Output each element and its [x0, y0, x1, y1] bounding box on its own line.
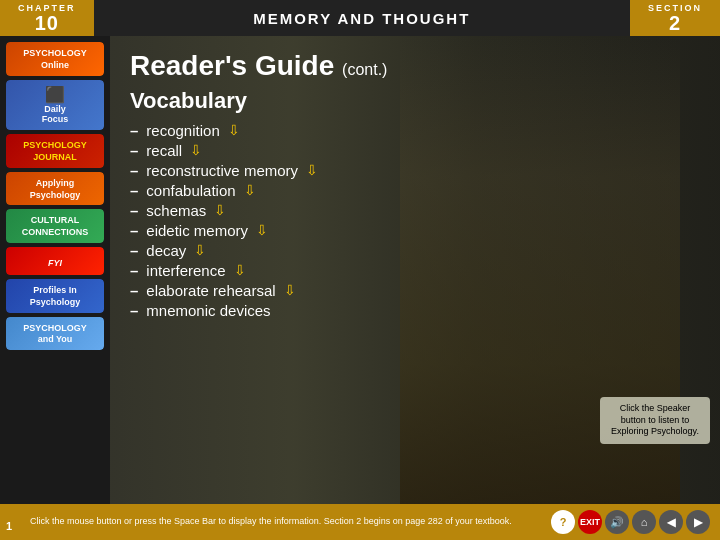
vocab-item: –elaborate rehearsal⇩	[130, 280, 700, 300]
vocab-dash: –	[130, 122, 138, 139]
vocab-arrow-icon: ⇩	[244, 182, 256, 198]
vocab-term: schemas	[146, 202, 206, 219]
vocab-item: –eidetic memory⇩	[130, 220, 700, 240]
question-button[interactable]: ?	[551, 510, 575, 534]
vocab-dash: –	[130, 262, 138, 279]
speaker-box-text: Click the Speaker button to listen to Ex…	[611, 403, 699, 436]
sidebar-label-applying-psychology: ApplyingPsychology	[30, 178, 81, 200]
prev-button[interactable]: ◀	[659, 510, 683, 534]
chapter-number: 10	[35, 13, 59, 33]
speaker-box: Click the Speaker button to listen to Ex…	[600, 397, 710, 444]
sidebar-label-psychology-online: PSYCHOLOGYOnline	[23, 48, 87, 70]
sidebar-item-cultural[interactable]: CULTURALCONNECTIONS	[6, 209, 104, 243]
vocab-term: elaborate rehearsal	[146, 282, 275, 299]
sidebar-item-profiles[interactable]: Profiles InPsychology	[6, 279, 104, 313]
vocab-dash: –	[130, 182, 138, 199]
vocab-arrow-icon: ⇩	[194, 242, 206, 258]
profiles-button[interactable]: Profiles InPsychology	[6, 279, 104, 313]
sidebar-item-daily-focus[interactable]: ⬛ DailyFocus	[6, 80, 104, 131]
vocab-term: recognition	[146, 122, 219, 139]
vocab-arrow-icon: ⇩	[214, 202, 226, 218]
vocab-item: –mnemonic devices	[130, 300, 700, 320]
vocab-item: –recognition⇩	[130, 120, 700, 140]
vocab-arrow-icon: ⇩	[234, 262, 246, 278]
sidebar-label-profiles: Profiles InPsychology	[30, 285, 81, 307]
sidebar-item-psychology-online[interactable]: PSYCHOLOGYOnline	[6, 42, 104, 76]
vocab-term: eidetic memory	[146, 222, 248, 239]
sidebar: PSYCHOLOGYOnline ⬛ DailyFocus PSYCHOLOGY…	[0, 36, 110, 504]
speaker-button[interactable]: 🔊	[605, 510, 629, 534]
exit-button[interactable]: EXIT	[578, 510, 602, 534]
vocab-arrow-icon: ⇩	[306, 162, 318, 178]
psychology-online-button[interactable]: PSYCHOLOGYOnline	[6, 42, 104, 76]
fyi-button[interactable]: FYI	[6, 247, 104, 275]
psychology-journal-button[interactable]: PSYCHOLOGYJOURNAL	[6, 134, 104, 168]
vocab-item: –confabulation⇩	[130, 180, 700, 200]
vocab-dash: –	[130, 162, 138, 179]
guide-title-text: Reader's Guide	[130, 50, 334, 81]
vocab-term: mnemonic devices	[146, 302, 270, 319]
vocab-item: –schemas⇩	[130, 200, 700, 220]
sidebar-label-daily-focus: DailyFocus	[42, 104, 69, 126]
nav-buttons: ? EXIT 🔊 ⌂ ◀ ▶	[551, 510, 710, 534]
vocab-list: –recognition⇩–recall⇩–reconstructive mem…	[130, 120, 700, 320]
vocab-arrow-icon: ⇩	[284, 282, 296, 298]
header-bar: CHAPTER 10 MEMORY AND THOUGHT SECTION 2	[0, 0, 720, 36]
daily-focus-icon: ⬛	[45, 85, 65, 104]
sidebar-label-cultural: CULTURALCONNECTIONS	[22, 215, 89, 237]
header-title: MEMORY AND THOUGHT	[94, 10, 630, 27]
vocab-term: reconstructive memory	[146, 162, 298, 179]
guide-title: Reader's Guide (cont.)	[130, 50, 700, 82]
vocab-term: decay	[146, 242, 186, 259]
bottom-bar: 1 Click the mouse button or press the Sp…	[0, 504, 720, 540]
vocab-dash: –	[130, 202, 138, 219]
vocab-dash: –	[130, 282, 138, 299]
vocab-dash: –	[130, 242, 138, 259]
bottom-bar-text: Click the mouse button or press the Spac…	[10, 516, 545, 528]
vocab-term: confabulation	[146, 182, 235, 199]
psychology-you-button[interactable]: PSYCHOLOGYand You	[6, 317, 104, 351]
page-number: 1	[6, 520, 12, 532]
vocab-term: recall	[146, 142, 182, 159]
vocab-dash: –	[130, 222, 138, 239]
sidebar-item-psychology-journal[interactable]: PSYCHOLOGYJOURNAL	[6, 134, 104, 168]
vocab-arrow-icon: ⇩	[190, 142, 202, 158]
vocab-term: interference	[146, 262, 225, 279]
sidebar-label-psychology-journal: PSYCHOLOGYJOURNAL	[23, 140, 87, 162]
sidebar-label-psychology-you: PSYCHOLOGYand You	[23, 323, 87, 345]
vocab-title: Vocabulary	[130, 88, 700, 114]
main-content: Reader's Guide (cont.) Vocabulary –recog…	[110, 36, 720, 504]
section-number: 2	[669, 13, 681, 33]
daily-focus-button[interactable]: ⬛ DailyFocus	[6, 80, 104, 131]
vocab-item: –interference⇩	[130, 260, 700, 280]
vocab-item: –recall⇩	[130, 140, 700, 160]
cultural-button[interactable]: CULTURALCONNECTIONS	[6, 209, 104, 243]
sidebar-item-fyi[interactable]: FYI	[6, 247, 104, 275]
guide-cont-text: (cont.)	[342, 61, 387, 78]
vocab-item: –decay⇩	[130, 240, 700, 260]
applying-psychology-button[interactable]: ApplyingPsychology	[6, 172, 104, 206]
vocab-item: –reconstructive memory⇩	[130, 160, 700, 180]
sidebar-item-psychology-you[interactable]: PSYCHOLOGYand You	[6, 317, 104, 351]
section-box: SECTION 2	[630, 0, 720, 36]
sidebar-item-applying-psychology[interactable]: ApplyingPsychology	[6, 172, 104, 206]
chapter-box: CHAPTER 10	[0, 0, 94, 36]
home-button[interactable]: ⌂	[632, 510, 656, 534]
next-button[interactable]: ▶	[686, 510, 710, 534]
vocab-dash: –	[130, 302, 138, 319]
vocab-dash: –	[130, 142, 138, 159]
vocab-arrow-icon: ⇩	[228, 122, 240, 138]
sidebar-label-fyi: FYI	[48, 258, 62, 268]
vocab-arrow-icon: ⇩	[256, 222, 268, 238]
